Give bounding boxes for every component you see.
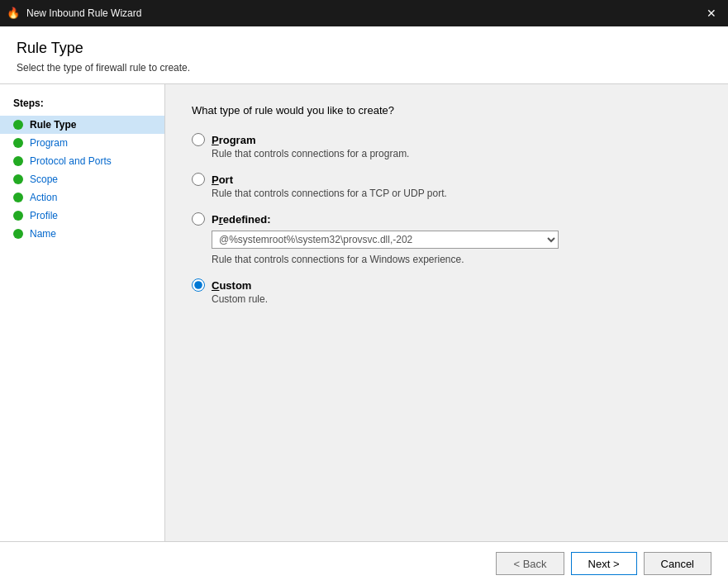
sidebar-item-label-protocol: Protocol and Ports [30, 155, 112, 167]
step-dot-action [13, 193, 23, 202]
steps-heading: Steps: [0, 98, 164, 116]
steps-sidebar: Steps: Rule Type Program Protocol and Po… [0, 84, 165, 541]
radio-port-label[interactable]: Port [212, 174, 233, 186]
main-panel: What type of rule would you like to crea… [165, 84, 728, 541]
sidebar-item-label-program: Program [30, 137, 68, 149]
sidebar-item-label-action: Action [30, 192, 57, 203]
close-button[interactable]: ✕ [702, 3, 721, 23]
radio-predefined[interactable] [192, 212, 205, 226]
option-port: Port Rule that controls connections for … [192, 173, 702, 199]
step-dot-program [13, 138, 23, 148]
window-title: New Inbound Rule Wizard [26, 7, 695, 19]
step-dot-scope [13, 174, 23, 184]
option-predefined: Predefined: @%systemroot%\system32\provs… [192, 212, 702, 265]
option-program: Program Rule that controls connections f… [192, 133, 702, 159]
content-area: Steps: Rule Type Program Protocol and Po… [0, 84, 728, 541]
cancel-button[interactable]: Cancel [644, 552, 711, 575]
sidebar-item-label-rule-type: Rule Type [30, 119, 76, 131]
wizard-footer: < Back Next > Cancel [0, 541, 728, 585]
radio-program-label[interactable]: Program [212, 134, 255, 146]
radio-program[interactable] [192, 133, 205, 146]
sidebar-item-protocol[interactable]: Protocol and Ports [0, 152, 164, 170]
sidebar-item-label-profile: Profile [30, 210, 58, 221]
radio-port-desc: Rule that controls connections for a TCP… [212, 188, 702, 199]
page-subtitle: Select the type of firewall rule to crea… [17, 62, 711, 74]
radio-custom-label[interactable]: Custom [212, 279, 251, 292]
radio-predefined-label[interactable]: Predefined: [212, 213, 271, 226]
radio-predefined-desc: Rule that controls connections for a Win… [212, 254, 702, 265]
option-program-row: Program [192, 133, 702, 146]
sidebar-item-scope[interactable]: Scope [0, 170, 164, 188]
app-icon: 🔥 [7, 7, 20, 20]
sidebar-item-program[interactable]: Program [0, 134, 164, 152]
sidebar-item-label-name: Name [30, 228, 56, 240]
option-predefined-row: Predefined: [192, 212, 702, 226]
title-bar: 🔥 New Inbound Rule Wizard ✕ [0, 0, 728, 26]
step-dot-name [13, 229, 23, 239]
option-port-row: Port [192, 173, 702, 186]
radio-custom[interactable] [192, 278, 205, 292]
predefined-dropdown[interactable]: @%systemroot%\system32\provsvc.dll,-202 [212, 231, 559, 249]
step-dot-protocol [13, 156, 23, 166]
radio-port[interactable] [192, 173, 205, 186]
sidebar-item-profile[interactable]: Profile [0, 207, 164, 225]
question-text: What type of rule would you like to crea… [192, 104, 702, 117]
sidebar-item-action[interactable]: Action [0, 188, 164, 207]
option-custom: Custom Custom rule. [192, 278, 702, 305]
radio-program-desc: Rule that controls connections for a pro… [212, 148, 702, 159]
option-custom-row: Custom [192, 278, 702, 292]
step-dot-rule-type [13, 120, 23, 130]
sidebar-item-name[interactable]: Name [0, 225, 164, 243]
main-window: Rule Type Select the type of firewall ru… [0, 26, 728, 585]
sidebar-item-rule-type[interactable]: Rule Type [0, 116, 164, 134]
radio-custom-desc: Custom rule. [212, 293, 702, 305]
next-button[interactable]: Next > [571, 552, 637, 575]
step-dot-profile [13, 211, 23, 221]
page-title: Rule Type [17, 40, 711, 57]
back-button[interactable]: < Back [496, 552, 564, 575]
sidebar-item-label-scope: Scope [30, 174, 58, 185]
rule-type-options: Program Rule that controls connections f… [192, 133, 702, 305]
wizard-header: Rule Type Select the type of firewall ru… [0, 26, 728, 84]
